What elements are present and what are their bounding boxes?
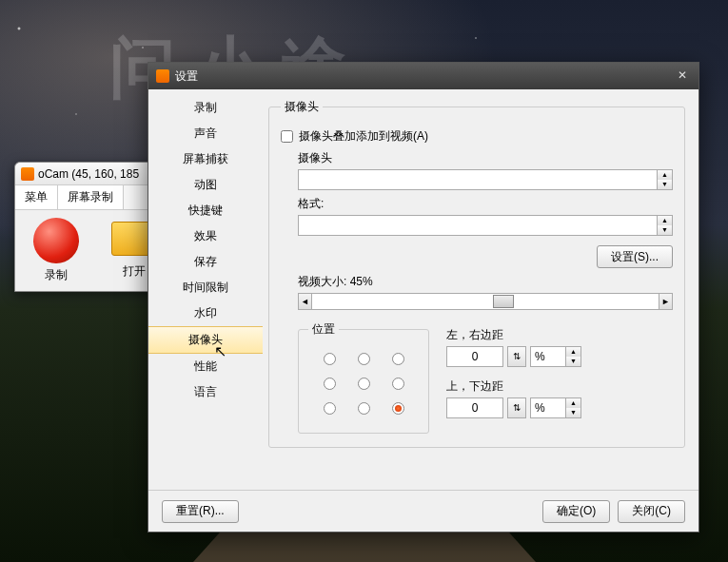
position-radio-8[interactable] — [392, 402, 404, 415]
dialog-title-text: 设置 — [175, 68, 198, 85]
sidebar-item-1[interactable]: 声音 — [148, 121, 263, 146]
sidebar-item-9[interactable]: 摄像头 — [148, 326, 263, 354]
dialog-app-icon — [156, 69, 169, 83]
slider-right-icon[interactable]: ► — [659, 294, 672, 309]
format-label: 格式: — [298, 196, 673, 212]
position-radio-4[interactable] — [358, 378, 370, 390]
margin-tb-unit[interactable]: % ▲▼ — [530, 397, 581, 418]
margin-lr-label: 左，右边距 — [446, 327, 581, 343]
margin-lr-stepper[interactable]: ⇅ — [507, 346, 526, 367]
position-group: 位置 — [298, 321, 429, 434]
video-size-slider[interactable]: ◄ ► — [298, 293, 673, 310]
position-label: 位置 — [308, 321, 339, 338]
ocam-tab-screenrec[interactable]: 屏幕录制 — [58, 185, 124, 209]
camera-select[interactable]: ▲▼ — [298, 169, 673, 190]
settings-sidebar: 录制声音屏幕捕获动图快捷键效果保存时间限制水印摄像头性能语言 — [148, 89, 263, 489]
ocam-app-icon — [21, 167, 34, 181]
dialog-footer: 重置(R)... 确定(O) 关闭(C) — [148, 490, 698, 532]
record-label: 录制 — [21, 267, 91, 283]
position-radio-0[interactable] — [324, 353, 336, 365]
position-radio-3[interactable] — [324, 378, 336, 390]
slider-left-icon[interactable]: ◄ — [299, 294, 312, 309]
sidebar-item-4[interactable]: 快捷键 — [148, 198, 263, 223]
sidebar-item-11[interactable]: 语言 — [148, 379, 263, 405]
dialog-titlebar[interactable]: 设置 ✕ — [148, 63, 698, 89]
spin-down-icon[interactable]: ▼ — [658, 225, 672, 235]
overlay-checkbox[interactable] — [281, 130, 293, 143]
reset-button[interactable]: 重置(R)... — [162, 500, 239, 523]
close-button[interactable]: 关闭(C) — [618, 500, 685, 523]
sidebar-item-10[interactable]: 性能 — [148, 354, 263, 379]
margin-lr-unit[interactable]: % ▲▼ — [530, 346, 581, 367]
position-radio-7[interactable] — [358, 402, 370, 415]
margin-lr-input[interactable]: 0 — [446, 346, 503, 367]
sidebar-item-8[interactable]: 水印 — [148, 300, 263, 326]
settings-dialog: 设置 ✕ 录制声音屏幕捕获动图快捷键效果保存时间限制水印摄像头性能语言 摄像头 … — [148, 62, 699, 533]
sidebar-item-6[interactable]: 保存 — [148, 249, 263, 275]
sidebar-item-2[interactable]: 屏幕捕获 — [148, 146, 263, 172]
position-radio-6[interactable] — [324, 402, 336, 415]
margin-tb-stepper[interactable]: ⇅ — [507, 397, 526, 418]
overlay-checkbox-label: 摄像头叠加添加到视频(A) — [299, 128, 428, 145]
video-size-label: 视频大小: 45% — [298, 274, 673, 290]
position-radio-2[interactable] — [392, 353, 404, 365]
spin-down-icon[interactable]: ▼ — [658, 180, 672, 189]
sidebar-item-7[interactable]: 时间限制 — [148, 275, 263, 300]
margin-tb-label: 上，下边距 — [446, 378, 581, 395]
camera-label: 摄像头 — [298, 150, 673, 166]
position-grid — [308, 343, 419, 423]
margin-tb-input[interactable]: 0 — [446, 397, 503, 418]
spin-up-icon[interactable]: ▲ — [658, 170, 672, 180]
camera-settings-button[interactable]: 设置(S)... — [597, 245, 673, 268]
spin-up-icon[interactable]: ▲ — [658, 216, 672, 225]
ocam-title-text: oCam (45, 160, 185 — [38, 167, 139, 181]
camera-group-title: 摄像头 — [281, 99, 323, 115]
ocam-tab-menu[interactable]: 菜单 — [15, 185, 58, 209]
format-select[interactable]: ▲▼ — [298, 215, 673, 236]
sidebar-item-0[interactable]: 录制 — [148, 95, 263, 121]
position-radio-1[interactable] — [358, 353, 370, 365]
settings-content: 摄像头 摄像头叠加添加到视频(A) 摄像头 ▲▼ 格式: ▲▼ — [263, 89, 698, 489]
camera-group: 摄像头 摄像头叠加添加到视频(A) 摄像头 ▲▼ 格式: ▲▼ — [268, 99, 685, 448]
record-icon — [33, 218, 79, 263]
position-radio-5[interactable] — [392, 378, 404, 390]
sidebar-item-5[interactable]: 效果 — [148, 223, 263, 249]
slider-thumb[interactable] — [493, 295, 514, 308]
close-icon[interactable]: ✕ — [674, 68, 691, 85]
ocam-record-button[interactable]: 录制 — [21, 218, 91, 283]
sidebar-item-3[interactable]: 动图 — [148, 172, 263, 198]
ok-button[interactable]: 确定(O) — [542, 500, 610, 523]
